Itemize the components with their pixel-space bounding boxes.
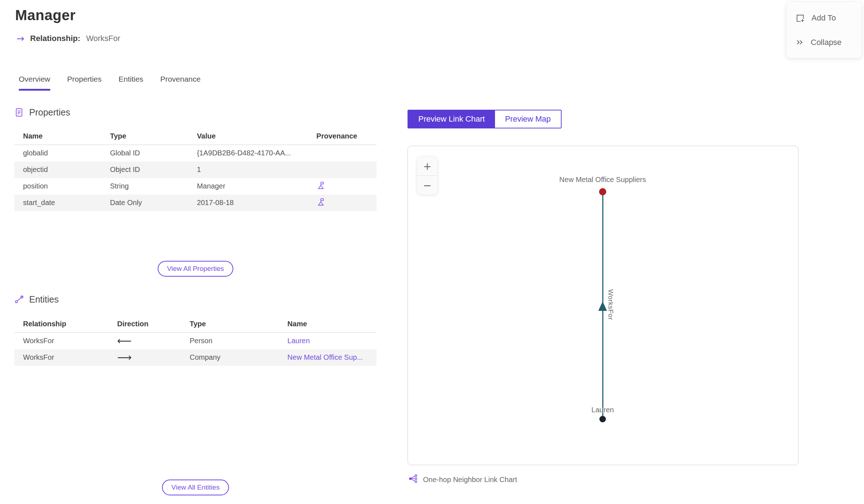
node-label-company: New Metal Office Suppliers bbox=[559, 176, 646, 184]
table-row: WorksFor ⟵ Person Lauren bbox=[14, 333, 377, 349]
table-row: WorksFor ⟶ Company New Metal Office Sup.… bbox=[14, 349, 377, 366]
tab-provenance[interactable]: Provenance bbox=[160, 75, 201, 91]
relationship-label: Relationship: bbox=[30, 34, 80, 43]
node-label-person: Lauren bbox=[591, 406, 614, 414]
col-header-provenance: Provenance bbox=[308, 128, 377, 145]
col-header-direction: Direction bbox=[109, 316, 181, 333]
properties-section-header: Properties bbox=[14, 107, 377, 118]
zoom-controls: + − bbox=[417, 157, 437, 195]
entities-table-header: Relationship Direction Type Name bbox=[14, 316, 377, 333]
relationship-subtitle: → Relationship: WorksFor bbox=[17, 33, 120, 44]
entity-link-company[interactable]: New Metal Office Sup... bbox=[287, 353, 363, 361]
tab-overview[interactable]: Overview bbox=[19, 75, 50, 91]
prop-provenance bbox=[308, 195, 377, 211]
col-header-name: Name bbox=[14, 128, 101, 145]
tab-entities[interactable]: Entities bbox=[118, 75, 143, 91]
add-to-label: Add To bbox=[811, 13, 836, 23]
entities-section: Entities Relationship Direction Type Nam… bbox=[14, 294, 377, 366]
table-row: position String Manager bbox=[14, 178, 377, 195]
entities-table: Relationship Direction Type Name WorksFo… bbox=[14, 316, 377, 366]
node-dot-company[interactable] bbox=[599, 188, 606, 195]
chart-caption: One-hop Neighbor Link Chart bbox=[408, 474, 798, 485]
prop-provenance bbox=[308, 162, 377, 178]
one-hop-link-chart-icon bbox=[408, 474, 418, 485]
relationship-value: WorksFor bbox=[86, 34, 120, 43]
prop-name: start_date bbox=[14, 195, 101, 211]
add-to-icon bbox=[795, 13, 805, 23]
link-chart-canvas[interactable]: + − WorksFor New Metal Office Suppliers … bbox=[408, 146, 798, 465]
ent-type: Company bbox=[181, 349, 279, 366]
prop-value: {1A9DB2B6-D482-4170-AA... bbox=[188, 145, 308, 162]
double-chevron-right-icon bbox=[795, 38, 804, 47]
prop-name: position bbox=[14, 178, 101, 195]
col-header-type: Type bbox=[101, 128, 188, 145]
col-header-name: Name bbox=[279, 316, 377, 333]
prop-value: Manager bbox=[188, 178, 308, 195]
edge-label: WorksFor bbox=[607, 289, 615, 320]
properties-table-header: Name Type Value Provenance bbox=[14, 128, 377, 145]
direction-right-arrow-icon: ⟶ bbox=[117, 351, 132, 363]
collapse-button[interactable]: Collapse bbox=[795, 38, 861, 47]
relationship-arrow-icon: → bbox=[17, 33, 24, 44]
table-row: start_date Date Only 2017-08-18 bbox=[14, 195, 377, 211]
col-header-value: Value bbox=[188, 128, 308, 145]
prop-type: Object ID bbox=[101, 162, 188, 178]
properties-table: Name Type Value Provenance globalid Glob… bbox=[14, 128, 377, 211]
prop-provenance bbox=[308, 178, 377, 195]
col-header-relationship: Relationship bbox=[14, 316, 109, 333]
chart-caption-text: One-hop Neighbor Link Chart bbox=[423, 476, 517, 484]
view-all-entities-button[interactable]: View All Entities bbox=[162, 480, 229, 495]
provenance-flag-icon[interactable] bbox=[316, 183, 325, 191]
zoom-out-button[interactable]: − bbox=[417, 176, 437, 195]
entities-graph-icon bbox=[14, 295, 24, 304]
prop-name: objectid bbox=[14, 162, 101, 178]
entity-link-lauren[interactable]: Lauren bbox=[287, 337, 310, 345]
zoom-in-button[interactable]: + bbox=[417, 157, 437, 176]
table-row: objectid Object ID 1 bbox=[14, 162, 377, 178]
edge-arrowhead-icon bbox=[598, 301, 607, 311]
preview-column: Preview Link Chart Preview Map + − Works… bbox=[408, 110, 798, 485]
properties-icon bbox=[14, 108, 24, 117]
direction-left-arrow-icon: ⟵ bbox=[117, 335, 132, 347]
add-to-button[interactable]: Add To bbox=[795, 13, 861, 23]
entities-section-title: Entities bbox=[29, 294, 59, 305]
preview-toggle-group: Preview Link Chart Preview Map bbox=[408, 110, 562, 128]
prop-value: 2017-08-18 bbox=[188, 195, 308, 211]
tab-bar: Overview Properties Entities Provenance bbox=[19, 75, 201, 91]
ent-relationship: WorksFor bbox=[14, 349, 109, 366]
col-header-type: Type bbox=[181, 316, 279, 333]
view-all-properties-button[interactable]: View All Properties bbox=[158, 261, 233, 277]
preview-link-chart-button[interactable]: Preview Link Chart bbox=[408, 110, 495, 128]
prop-name: globalid bbox=[14, 145, 101, 162]
table-row: globalid Global ID {1A9DB2B6-D482-4170-A… bbox=[14, 145, 377, 162]
prop-type: Date Only bbox=[101, 195, 188, 211]
ent-type: Person bbox=[181, 333, 279, 349]
collapse-label: Collapse bbox=[811, 38, 842, 47]
ent-relationship: WorksFor bbox=[14, 333, 109, 349]
entities-section-header: Entities bbox=[14, 294, 377, 305]
preview-map-button[interactable]: Preview Map bbox=[495, 110, 561, 128]
prop-type: String bbox=[101, 178, 188, 195]
tab-properties[interactable]: Properties bbox=[67, 75, 102, 91]
properties-section-title: Properties bbox=[29, 107, 70, 118]
provenance-flag-icon[interactable] bbox=[316, 200, 325, 208]
prop-value: 1 bbox=[188, 162, 308, 178]
node-dot-person[interactable] bbox=[599, 416, 606, 422]
relationship-detail-page: Manager → Relationship: WorksFor Overvie… bbox=[0, 0, 864, 504]
properties-section: Properties Name Type Value Provenance gl… bbox=[14, 107, 377, 211]
floating-action-panel: Add To Collapse bbox=[787, 2, 861, 58]
prop-provenance bbox=[308, 145, 377, 162]
page-title: Manager bbox=[15, 7, 76, 23]
prop-type: Global ID bbox=[101, 145, 188, 162]
